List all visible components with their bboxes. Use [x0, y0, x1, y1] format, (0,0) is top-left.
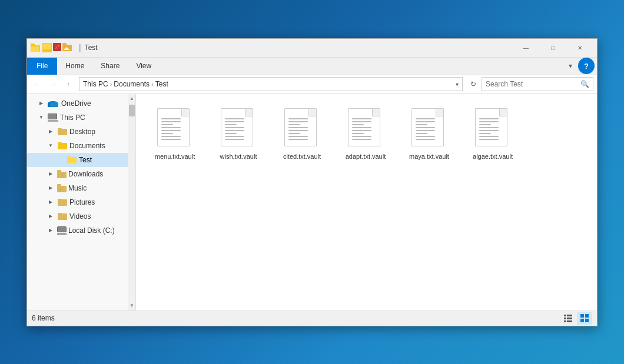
file-icon-3 [348, 108, 383, 149]
file-item-4[interactable]: maya.txt.vault [400, 103, 459, 165]
breadcrumb-sep-2: › [151, 81, 154, 88]
minimize-button[interactable]: — [512, 38, 539, 57]
title-separator: | [79, 43, 81, 52]
expand-arrow-pictures[interactable]: ▶ [46, 198, 55, 207]
search-icon[interactable]: 🔍 [580, 80, 589, 88]
svg-rect-2 [564, 318, 566, 319]
desktop-label: Desktop [69, 128, 95, 136]
item-count: 6 items [32, 314, 55, 322]
pictures-folder-icon [58, 199, 67, 206]
title-bar: 📌 | Test — □ ✕ [27, 39, 597, 58]
this-pc-sidebar-label: This PC [60, 113, 85, 122]
sidebar-item-videos[interactable]: ▶ Videos [27, 209, 128, 223]
svg-rect-5 [567, 320, 572, 322]
expand-arrow-videos[interactable]: ▶ [46, 212, 55, 221]
expand-arrow-local-disk[interactable]: ▶ [46, 226, 55, 235]
test-label: Test [155, 80, 168, 88]
this-pc-label: This PC [83, 80, 108, 88]
scroll-down-arrow[interactable]: ▼ [128, 301, 135, 310]
up-button[interactable]: ↑ [61, 77, 75, 91]
file-icon-5 [475, 108, 510, 149]
music-label: Music [68, 184, 87, 192]
grid-view-button[interactable] [577, 312, 592, 325]
sidebar-item-test[interactable]: ▶ Test [27, 153, 128, 167]
file-item-5[interactable]: algae.txt.vault [463, 103, 522, 165]
window-controls: — □ ✕ [512, 38, 593, 57]
scroll-up-arrow[interactable]: ▲ [128, 94, 135, 103]
file-item-0[interactable]: menu.txt.vault [145, 103, 204, 165]
svg-rect-8 [580, 319, 584, 322]
address-dropdown-icon[interactable]: ▾ [456, 81, 459, 88]
sidebar-inner: ▶ OneDrive ▼ This PC [27, 94, 135, 240]
svg-rect-7 [585, 314, 589, 318]
explorer-window: 📌 | Test — □ ✕ File Home Share View ▾ ? … [26, 38, 598, 326]
documents-label: Documents [114, 80, 150, 88]
videos-folder-icon [58, 213, 67, 220]
title-folder-icon [31, 43, 40, 52]
sidebar-item-desktop[interactable]: ▶ Desktop [27, 125, 128, 139]
menu-file[interactable]: File [27, 58, 57, 75]
search-box[interactable]: 🔍 [482, 77, 593, 91]
sidebar-item-downloads[interactable]: ▶ ↓ Downloads [27, 167, 128, 181]
file-label-5: algae.txt.vault [473, 153, 513, 160]
title-bar-icons: 📌 [42, 43, 72, 52]
file-item-2[interactable]: cited.txt.vault [273, 103, 331, 165]
file-area: menu.txt.vault [136, 94, 597, 310]
test-label-sidebar: Test [79, 156, 92, 164]
test-folder-icon [67, 156, 77, 163]
back-button[interactable]: ← [31, 77, 45, 91]
file-icon-4 [411, 108, 447, 149]
breadcrumb-sep-1: › [110, 81, 112, 88]
content-area: ▶ OneDrive ▼ This PC [27, 94, 597, 310]
list-view-button[interactable] [560, 312, 576, 325]
menu-home[interactable]: Home [57, 58, 92, 75]
nav-bar: ← → ↑ This PC › Documents › Test ▾ ↻ 🔍 [27, 75, 597, 94]
help-button[interactable]: ? [578, 58, 595, 74]
local-disk-label: Local Disk (C:) [68, 226, 115, 235]
view-toggles [560, 312, 592, 325]
expand-arrow-documents[interactable]: ▼ [46, 141, 55, 151]
breadcrumb-documents[interactable]: Documents [114, 80, 150, 88]
expand-arrow-this-pc[interactable]: ▼ [36, 113, 46, 122]
sidebar: ▶ OneDrive ▼ This PC [27, 94, 136, 310]
file-label-2: cited.txt.vault [283, 153, 321, 160]
file-item-3[interactable]: adapt.txt.vault [336, 103, 395, 165]
sidebar-item-this-pc[interactable]: ▼ This PC [27, 111, 128, 125]
address-bar[interactable]: This PC › Documents › Test ▾ [79, 77, 463, 91]
expand-arrow-music[interactable]: ▶ [46, 183, 55, 193]
expand-arrow-desktop[interactable]: ▶ [46, 127, 55, 136]
menu-share[interactable]: Share [92, 58, 128, 75]
expand-arrow-onedrive[interactable]: ▶ [36, 99, 46, 108]
refresh-button[interactable]: ↻ [466, 77, 480, 91]
menu-bar: File Home Share View ▾ ? [27, 58, 597, 75]
documents-sidebar-label: Documents [69, 142, 105, 150]
close-button[interactable]: ✕ [566, 38, 593, 57]
file-label-0: menu.txt.vault [155, 153, 195, 160]
svg-rect-3 [567, 318, 572, 319]
menu-view[interactable]: View [128, 58, 160, 75]
svg-rect-1 [567, 315, 572, 316]
scroll-thumb[interactable] [129, 105, 135, 116]
search-input[interactable] [486, 80, 580, 88]
maximize-button[interactable]: □ [539, 38, 566, 57]
sidebar-scrollbar[interactable]: ▲ ▼ [128, 94, 135, 310]
status-bar: 6 items [27, 310, 597, 326]
svg-rect-4 [564, 320, 566, 322]
sidebar-item-documents[interactable]: ▼ Documents [27, 139, 128, 153]
sidebar-item-onedrive[interactable]: ▶ OneDrive [27, 96, 128, 111]
file-label-1: wish.txt.vault [220, 153, 257, 160]
window-title: Test [85, 44, 512, 52]
menu-bar-right: ▾ ? [563, 58, 597, 74]
documents-folder-icon [58, 142, 67, 149]
forward-button[interactable]: → [46, 77, 60, 91]
breadcrumb-test[interactable]: Test [155, 80, 168, 88]
menu-chevron-icon[interactable]: ▾ [563, 62, 578, 70]
file-item-1[interactable]: wish.txt.vault [209, 103, 268, 165]
sidebar-item-music[interactable]: ▶ ♪ Music [27, 181, 128, 195]
breadcrumb-this-pc[interactable]: This PC [83, 80, 108, 88]
sidebar-item-pictures[interactable]: ▶ Pictures [27, 195, 128, 209]
sidebar-item-local-disk[interactable]: ▶ Local Disk (C:) [27, 223, 128, 238]
pictures-label: Pictures [69, 198, 95, 206]
expand-arrow-downloads[interactable]: ▶ [46, 169, 55, 179]
desktop-folder-icon [58, 128, 67, 135]
